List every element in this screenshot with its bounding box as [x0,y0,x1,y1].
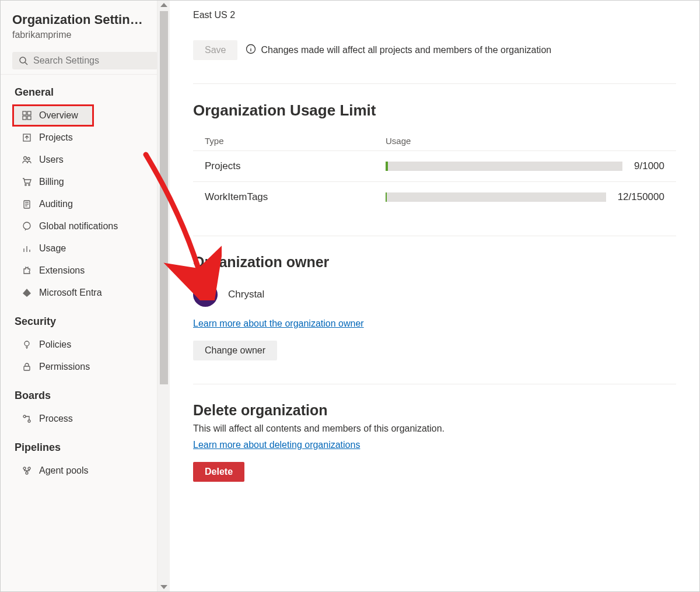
scroll-down-icon[interactable] [160,585,167,589]
divider [193,236,676,236]
usage-type-label: Projects [205,160,386,172]
entra-icon [22,288,32,298]
sidebar-item-label: Projects [39,132,73,143]
svg-rect-22 [24,366,30,370]
sidebar-item-label: Agent pools [39,465,89,476]
chat-icon [22,221,32,232]
usage-type-label: WorkItemTags [205,191,386,203]
usage-col-type: Type [205,136,386,146]
svg-point-23 [23,415,26,418]
progress-bar-projects [386,162,622,171]
usage-value-projects: 9/1000 [634,160,664,172]
search-box[interactable] [12,52,158,69]
sidebar: Organization Settin… fabrikamprime Gener… [1,1,170,591]
usage-row-workitemtags: WorkItemTags 12/150000 [193,181,676,212]
sidebar-subtitle: fabrikamprime [12,30,158,40]
cart-icon [22,177,32,187]
sidebar-nav: General Overview Projects Users Billing [1,75,169,591]
svg-point-25 [23,467,26,470]
sidebar-item-agent-pools[interactable]: Agent pools [1,460,169,482]
divider [193,83,676,84]
divider [193,384,676,384]
flow-icon [22,414,32,424]
delete-heading: Delete organization [193,402,676,419]
svg-point-9 [25,184,26,185]
sidebar-item-billing[interactable]: Billing [1,171,169,193]
svg-point-10 [29,184,30,185]
scroll-thumb[interactable] [160,11,168,384]
scroll-up-icon[interactable] [160,3,167,7]
delete-learn-more-link[interactable]: Learn more about deleting organizations [193,440,360,450]
svg-rect-2 [23,111,26,115]
owner-avatar: CC [193,282,218,307]
sidebar-item-label: Process [39,414,73,424]
region-label: East US 2 [193,10,676,20]
nav-group-security: Security [1,304,169,334]
delete-description: This will affect all contents and member… [193,423,676,434]
svg-point-7 [24,157,27,160]
sidebar-item-label: Auditing [39,199,73,209]
sidebar-item-label: Usage [39,243,66,254]
search-input[interactable] [33,55,152,66]
sidebar-item-label: Permissions [39,362,90,372]
sidebar-item-label: Overview [39,110,78,121]
sidebar-item-projects[interactable]: Projects [1,127,169,149]
puzzle-icon [22,265,32,276]
grid-icon [22,110,32,121]
lock-icon [22,362,32,372]
owner-name: Chrystal [228,289,264,300]
sidebar-item-policies[interactable]: Policies [1,334,169,356]
svg-point-15 [23,222,30,229]
info-icon [246,44,256,57]
sidebar-item-label: Billing [39,177,64,187]
sidebar-item-label: Policies [39,339,71,350]
svg-point-0 [20,57,26,63]
usage-heading: Organization Usage Limit [193,101,676,120]
owner-learn-more-link[interactable]: Learn more about the organization owner [193,318,364,328]
sidebar-item-microsoft-entra[interactable]: Microsoft Entra [1,282,169,304]
svg-rect-4 [23,116,26,120]
clipboard-icon [22,199,32,209]
search-icon [18,55,29,66]
sidebar-title: Organization Settin… [12,12,158,27]
svg-point-27 [26,472,28,474]
usage-value-workitemtags: 12/150000 [618,191,664,203]
save-button[interactable]: Save [193,40,237,60]
save-warning-text: Changes made will affect all projects an… [261,45,551,55]
usage-table: Type Usage Projects 9/1000 WorkItemTags [193,131,676,212]
progress-bar-workitemtags [386,192,606,202]
sidebar-item-label: Extensions [39,265,85,276]
bulb-icon [22,339,32,350]
sidebar-item-process[interactable]: Process [1,408,169,430]
sidebar-item-label: Microsoft Entra [39,288,102,298]
usage-row-projects: Projects 9/1000 [193,150,676,181]
sidebar-item-usage[interactable]: Usage [1,237,169,260]
sidebar-item-auditing[interactable]: Auditing [1,193,169,215]
owner-heading: Organization owner [193,254,676,271]
sidebar-scrollbar[interactable] [157,1,170,591]
agents-icon [22,465,32,476]
sidebar-item-users[interactable]: Users [1,149,169,171]
main-content: East US 2 Save Changes made will affect … [170,1,699,591]
svg-rect-3 [27,111,31,115]
people-icon [22,155,32,165]
change-owner-button[interactable]: Change owner [193,341,277,360]
svg-point-24 [28,420,30,422]
svg-point-26 [28,467,30,470]
nav-group-pipelines: Pipelines [1,430,169,460]
sidebar-item-extensions[interactable]: Extensions [1,260,169,282]
delete-button[interactable]: Delete [193,462,244,482]
sidebar-item-permissions[interactable]: Permissions [1,356,169,378]
usage-col-usage: Usage [386,136,411,146]
upload-icon [22,132,32,143]
svg-rect-5 [27,116,31,120]
svg-line-1 [25,62,27,65]
chart-icon [22,243,32,254]
sidebar-item-global-notifications[interactable]: Global notifications [1,215,169,237]
svg-point-8 [27,157,30,160]
sidebar-item-overview[interactable]: Overview [12,104,94,127]
sidebar-item-label: Global notifications [39,221,118,232]
svg-point-19 [24,341,29,346]
nav-group-general: General [1,75,169,104]
nav-group-boards: Boards [1,378,169,408]
